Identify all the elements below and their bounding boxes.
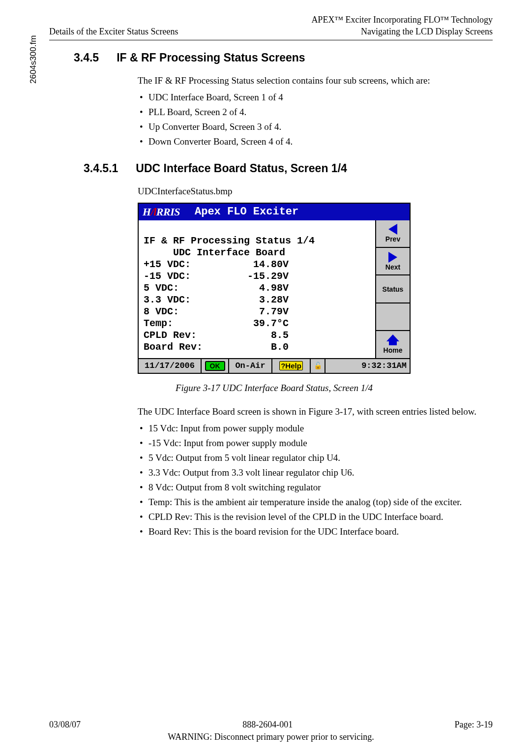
page-header: Details of the Exciter Status Screens AP… [49,14,493,38]
heading-number: 3.4.5.1 [84,162,118,175]
status-date: 11/17/2006 [139,359,202,373]
arrow-right-icon [388,252,397,263]
status-onair: On-Air [229,359,272,373]
lcd-app-title: Apex FLO Exciter [195,206,298,218]
list-item: 5 Vdc: Output from 5 volt linear regulat… [138,453,492,463]
lcd-side-buttons: Prev Next Status Home [375,220,410,358]
post-figure-paragraph: The UDC Interface Board screen is shown … [138,406,492,417]
lcd-status-bar: 11/17/2006 OK On-Air ?Help 🔓 9:32:31AM [139,358,410,373]
prev-button[interactable]: Prev [376,220,410,248]
header-rule [49,40,493,40]
status-button[interactable]: Status [376,275,410,303]
lcd-screenshot: H/lRRIS Apex FLO Exciter IF & RF Process… [138,203,411,374]
home-icon [386,334,399,341]
lcd-main-panel: IF & RF Processing Status 1/4 UDC Interf… [139,220,375,358]
status-ok: OK [202,359,229,373]
footer-doc-number: 888-2604-001 [242,719,293,731]
sub-screen-list: UDC Interface Board, Screen 1 of 4 PLL B… [138,92,492,147]
status-help[interactable]: ?Help [272,359,311,373]
home-button[interactable]: Home [376,331,410,358]
page-footer: 03/08/07 888-2604-001 Page: 3-19 WARNING… [49,719,493,743]
intro-paragraph: The IF & RF Processing Status selection … [138,75,492,86]
header-left: Details of the Exciter Status Screens [49,14,178,38]
list-item: UDC Interface Board, Screen 1 of 4 [138,92,492,103]
list-item: Board Rev: This is the board revision fo… [138,526,492,537]
harris-logo: H/lRRIS [143,206,180,218]
heading-3-4-5: 3.4.5 IF & RF Processing Status Screens [74,51,493,64]
lcd-titlebar: H/lRRIS Apex FLO Exciter [139,204,410,220]
footer-warning: WARNING: Disconnect primary power prior … [49,731,493,743]
heading-title: IF & RF Processing Status Screens [117,51,305,64]
footer-date: 03/08/07 [49,719,81,731]
heading-title: UDC Interface Board Status, Screen 1/4 [136,162,347,175]
field-descriptions-list: 15 Vdc: Input from power supply module -… [138,423,492,537]
next-button[interactable]: Next [376,248,410,275]
list-item: CPLD Rev: This is the revision level of … [138,512,492,522]
arrow-left-icon [388,224,397,235]
heading-number: 3.4.5 [74,51,99,64]
status-time: 9:32:31AM [325,359,410,373]
figure-caption: Figure 3-17 UDC Interface Board Status, … [138,383,411,393]
list-item: -15 Vdc: Input from power supply module [138,438,492,449]
blank-button [376,303,410,331]
list-item: Down Converter Board, Screen 4 of 4. [138,136,492,147]
side-filename: 2604s300.fm [29,35,38,84]
footer-page-number: Page: 3-19 [455,719,493,731]
list-item: Temp: This is the ambient air temperatur… [138,497,492,508]
list-item: 15 Vdc: Input from power supply module [138,423,492,434]
heading-3-4-5-1: 3.4.5.1 UDC Interface Board Status, Scre… [84,162,493,175]
list-item: 3.3 Vdc: Output from 3.3 volt linear reg… [138,467,492,478]
list-item: PLL Board, Screen 2 of 4. [138,107,492,118]
bmp-filename: UDCInterfaceStatus.bmp [138,186,492,197]
list-item: 8 Vdc: Output from 8 volt switching regu… [138,482,492,493]
list-item: Up Converter Board, Screen 3 of 4. [138,121,492,132]
lock-icon: 🔓 [311,359,325,373]
header-right: APEX™ Exciter Incorporating FLO™ Technol… [311,14,493,38]
